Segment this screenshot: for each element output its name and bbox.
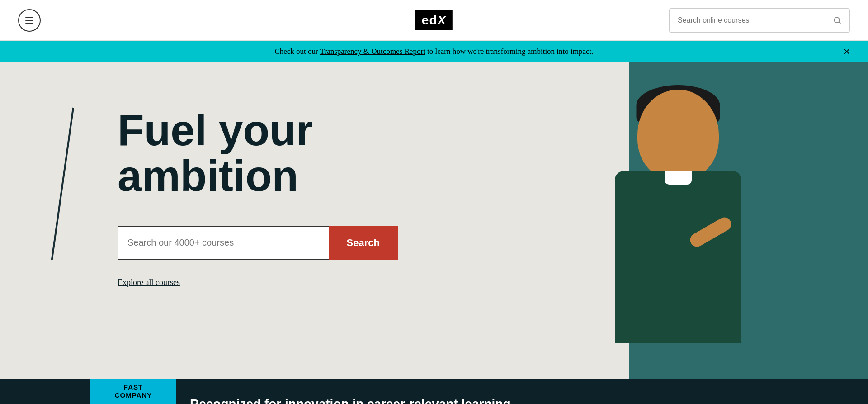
hero-search-row: Search bbox=[118, 226, 398, 260]
fast-company-badge: FAST COMPANY bbox=[90, 379, 176, 404]
bottom-banner: FAST COMPANY Recognized for innovation i… bbox=[0, 379, 868, 404]
person-body bbox=[615, 171, 741, 343]
announcement-text: Check out our Transparency & Outcomes Re… bbox=[274, 47, 593, 56]
header-search-bar bbox=[669, 8, 850, 33]
hero-search-button[interactable]: Search bbox=[329, 226, 398, 260]
fast-company-text: FAST COMPANY bbox=[115, 383, 152, 399]
lightbulb-icon bbox=[122, 402, 145, 404]
logo-area: edX bbox=[415, 10, 453, 30]
close-announcement-button[interactable]: × bbox=[844, 46, 850, 57]
header-search-button[interactable] bbox=[825, 8, 849, 33]
hero-content: Fuel your ambition Search Explore all co… bbox=[0, 62, 477, 379]
hero-person-figure bbox=[579, 90, 778, 343]
hero-title: Fuel your ambition bbox=[118, 108, 477, 199]
svg-point-0 bbox=[834, 17, 840, 23]
person-head bbox=[637, 90, 719, 180]
logo-text: ed bbox=[422, 13, 438, 28]
explore-courses-link[interactable]: Explore all courses bbox=[118, 278, 180, 287]
announcement-bar: Check out our Transparency & Outcomes Re… bbox=[0, 41, 868, 62]
menu-button[interactable] bbox=[18, 9, 41, 32]
logo-x: X bbox=[438, 13, 447, 28]
search-icon bbox=[833, 16, 842, 25]
hero-section: Fuel your ambition Search Explore all co… bbox=[0, 62, 868, 379]
svg-line-1 bbox=[839, 22, 841, 24]
announcement-link[interactable]: Transparency & Outcomes Report bbox=[320, 47, 425, 56]
edx-logo[interactable]: edX bbox=[415, 10, 453, 30]
header-left bbox=[18, 9, 41, 32]
bottom-recognition-text: Recognized for innovation in career-rele… bbox=[190, 397, 511, 404]
header-search-input[interactable] bbox=[670, 9, 825, 32]
header: edX bbox=[0, 0, 868, 41]
hero-search-input[interactable] bbox=[118, 226, 329, 260]
